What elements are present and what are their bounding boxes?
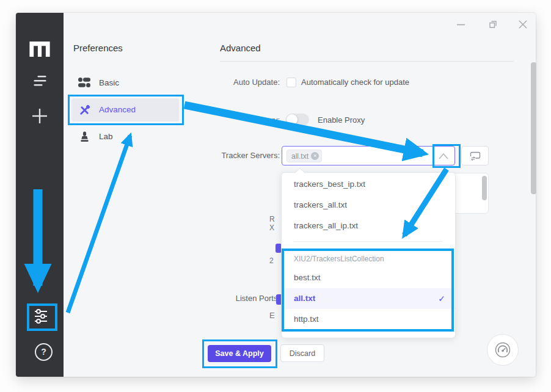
maximize-icon[interactable]	[487, 19, 498, 30]
listen-ports-label: Listen Ports:	[208, 294, 280, 303]
proxy-option[interactable]: Enable Proxy	[318, 115, 365, 125]
sidebar-item-label: Basic	[99, 78, 119, 87]
dropdown-option[interactable]: trackers_best_ip.txt	[282, 174, 455, 195]
dropdown-option[interactable]: trackers_all.txt	[282, 195, 455, 216]
motrix-logo-icon	[28, 40, 51, 57]
sync-icon	[470, 151, 481, 161]
lab-stamp-icon	[79, 131, 90, 142]
divider	[220, 61, 514, 62]
tracker-servers-select[interactable]: all.txt ×	[282, 146, 455, 165]
selected-tag: all.txt ×	[286, 150, 322, 162]
obscured-text: 2	[269, 256, 274, 265]
annotation-box-save	[202, 339, 277, 368]
dropdown-divider	[294, 241, 443, 242]
annotation-box-advanced	[68, 95, 184, 125]
dropdown-option[interactable]: trackers_all_ip.txt	[282, 216, 455, 236]
remove-tag-icon[interactable]: ×	[311, 152, 319, 160]
window-scrollbar[interactable]	[531, 62, 536, 194]
task-list-icon[interactable]	[32, 75, 48, 87]
nav-title: Preferences	[73, 43, 123, 53]
sync-trackers-button[interactable]	[461, 146, 489, 165]
minimize-button[interactable]	[456, 20, 466, 30]
sidebar-item-basic[interactable]: Basic	[71, 74, 179, 93]
toggle-knob	[286, 114, 297, 125]
annotation-box-preferences-icon	[27, 303, 57, 331]
auto-update-checkbox[interactable]	[286, 78, 296, 87]
tag-label: all.txt	[291, 152, 308, 161]
toggles-icon	[78, 77, 90, 88]
sidebar-item-label: Lab	[99, 132, 113, 141]
auto-update-option[interactable]: Automatically check for update	[301, 78, 409, 87]
add-task-icon[interactable]	[32, 109, 47, 123]
proxy-toggle[interactable]	[286, 114, 309, 126]
auto-update-label: Auto Update:	[208, 78, 280, 87]
sidebar-item-lab[interactable]: Lab	[71, 128, 179, 147]
speedometer-icon	[494, 341, 511, 358]
screenshot-root: ? Preferences Basic Advanced L	[0, 0, 551, 392]
annotation-box-dropdown-group	[282, 249, 454, 332]
help-icon[interactable]: ?	[35, 343, 53, 361]
obscured-text: E	[269, 311, 275, 320]
discard-button[interactable]: Discard	[280, 344, 324, 362]
obscured-text: RX	[269, 215, 275, 232]
proxy-label: Proxy:	[208, 115, 280, 125]
page-title: Advanced	[220, 43, 261, 53]
speed-limit-button[interactable]	[487, 334, 519, 366]
tracker-servers-label: Tracker Servers:	[208, 151, 280, 160]
close-icon[interactable]	[517, 19, 528, 30]
textarea-scrollbar[interactable]	[482, 176, 487, 200]
annotation-box-chevron	[432, 144, 461, 168]
